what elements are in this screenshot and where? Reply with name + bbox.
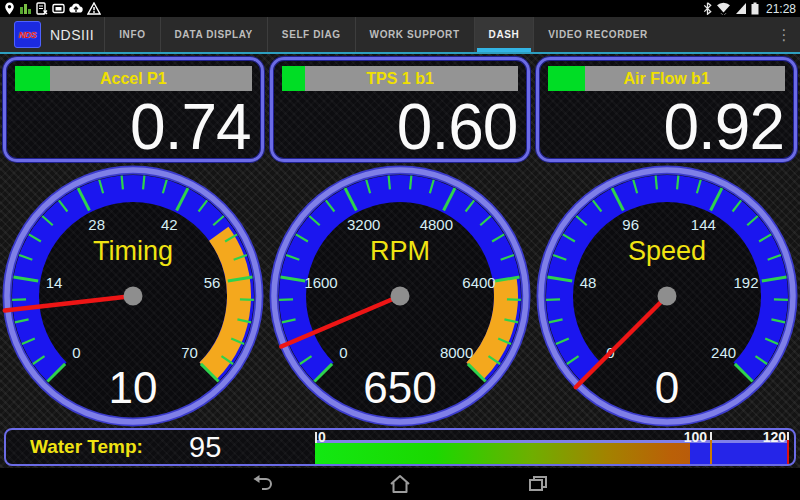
warning-icon	[87, 2, 101, 15]
digital-gauge-header: Accel P1	[15, 66, 252, 91]
scale-number: 144	[691, 216, 716, 233]
file-x-icon	[36, 2, 48, 15]
scale-number: 3200	[347, 216, 380, 233]
digital-gauge-title: Air Flow b1	[548, 66, 785, 91]
water-temp-value: 95	[189, 431, 221, 464]
status-bar-left-icons	[4, 2, 101, 15]
wifi-icon	[716, 2, 731, 15]
digital-gauge-tps: TPS 1 b1 0.60	[270, 57, 531, 162]
scale-number: 4800	[420, 216, 453, 233]
water-temp-scale-label: 120	[763, 430, 786, 444]
water-temp-limit-line	[787, 440, 789, 464]
gauge-value: 10	[109, 363, 158, 412]
scale-number: 8000	[440, 344, 473, 361]
scale-number: 1600	[304, 274, 337, 291]
digital-gauge-header: Air Flow b1	[548, 66, 785, 91]
location-icon	[4, 2, 15, 15]
scale-number: 28	[88, 216, 105, 233]
gauge-value: 0	[655, 363, 679, 412]
home-button[interactable]	[382, 470, 418, 498]
scale-number: 96	[622, 216, 639, 233]
digital-gauge-title: Accel P1	[15, 66, 252, 91]
gauge-timing: 01428425670Timing10	[0, 164, 266, 428]
scale-number: 56	[204, 274, 221, 291]
minor-tick	[656, 176, 657, 190]
digital-gauge-accel: Accel P1 0.74	[3, 57, 264, 162]
digital-gauge-title: TPS 1 b1	[282, 66, 519, 91]
water-temp-bar: 0100120	[315, 430, 789, 464]
recents-icon	[527, 474, 549, 494]
scale-number: 70	[181, 344, 198, 361]
water-temp-scale-label: 100	[684, 430, 707, 444]
scale-number: 240	[711, 344, 736, 361]
tab-info[interactable]: INFO	[104, 17, 159, 52]
tab-data-display[interactable]: DATA DISPLAY	[160, 17, 267, 52]
gauge-rpm: 016003200480064008000RPM650	[267, 164, 533, 428]
back-button[interactable]	[244, 470, 280, 498]
tab-dash[interactable]: DASH	[474, 17, 534, 52]
scale-number: 6400	[462, 274, 495, 291]
gauge-label: RPM	[370, 236, 430, 266]
battery-icon	[751, 2, 759, 15]
needle-hub	[391, 287, 410, 306]
app-screen: 21:28 NDS NDSIII INFODATA DISPLAYSELF DI…	[0, 0, 800, 500]
digital-gauge-header: TPS 1 b1	[282, 66, 519, 91]
water-temp-fill	[315, 443, 690, 464]
signal-stats-icon	[19, 2, 32, 15]
content-divider	[0, 52, 800, 54]
tab-work-support[interactable]: WORK SUPPORT	[355, 17, 474, 52]
bluetooth-icon	[703, 2, 712, 15]
cell-signal-icon	[735, 2, 747, 15]
water-temp-track	[315, 440, 789, 464]
gauge-label: Timing	[93, 236, 173, 266]
water-temp-scale-tick	[315, 432, 317, 443]
scale-number: 48	[580, 274, 597, 291]
overflow-menu-button[interactable]: ⋮	[772, 17, 796, 52]
water-temp-label: Water Temp:	[30, 436, 143, 458]
gauge-label: Speed	[628, 236, 706, 266]
app-name: NDSIII	[50, 27, 94, 43]
scale-number: 14	[46, 274, 63, 291]
water-temp-scale-label: 0	[318, 430, 326, 444]
scale-number: 0	[339, 344, 347, 361]
tab-bar: NDS NDSIII INFODATA DISPLAYSELF DIAGWORK…	[0, 17, 800, 52]
digital-gauge-value: 0.74	[130, 93, 251, 161]
tab-strip: INFODATA DISPLAYSELF DIAGWORK SUPPORTDAS…	[104, 17, 662, 52]
android-nav-bar	[0, 468, 800, 500]
minor-tick	[389, 176, 390, 190]
digital-gauge-airflow: Air Flow b1 0.92	[536, 57, 797, 162]
upload-cloud-icon	[69, 2, 83, 15]
tab-self-diag[interactable]: SELF DIAG	[267, 17, 355, 52]
scale-number: 0	[72, 344, 80, 361]
gauge-speed: 04896144192240Speed0	[534, 164, 800, 428]
clock: 21:28	[766, 2, 796, 16]
tab-video-recorder[interactable]: VIDEO RECORDER	[533, 17, 662, 52]
gauge-value: 650	[363, 363, 436, 412]
minor-tick	[677, 176, 678, 190]
nds-logo: NDS	[14, 21, 41, 48]
status-bar-right-icons: 21:28	[703, 2, 796, 16]
screenshot-icon	[52, 2, 65, 15]
digital-gauge-value: 0.60	[397, 93, 518, 161]
needle-hub	[124, 287, 143, 306]
home-icon	[388, 474, 412, 494]
recents-button[interactable]	[520, 470, 556, 498]
scale-number: 42	[161, 216, 178, 233]
minor-tick	[122, 176, 123, 190]
back-icon	[251, 474, 273, 494]
analog-gauge-row: 01428425670Timing10 01600320048006400800…	[0, 164, 800, 428]
digital-gauge-value: 0.92	[663, 93, 784, 161]
water-temp-limit-line	[710, 440, 712, 464]
status-bar: 21:28	[0, 0, 800, 17]
minor-tick	[410, 176, 411, 190]
digital-gauge-row: Accel P1 0.74 TPS 1 b1 0.60 Air Flow b1 …	[3, 57, 797, 162]
app-brand: NDS NDSIII	[0, 17, 104, 52]
needle-hub	[658, 287, 677, 306]
scale-number: 192	[733, 274, 758, 291]
minor-tick	[143, 176, 144, 190]
water-temp-panel: Water Temp: 95 0100120	[4, 428, 796, 466]
